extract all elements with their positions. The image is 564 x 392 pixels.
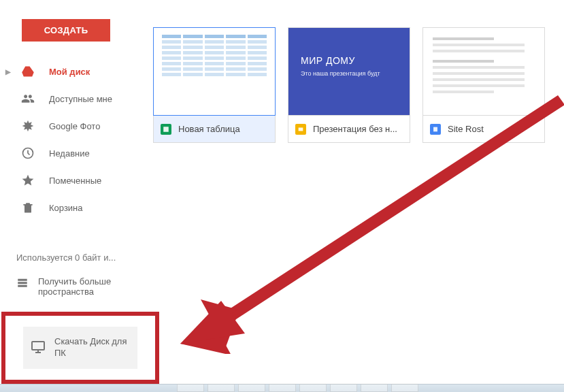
file-card-new-sheet[interactable]: Новая таблица (153, 27, 276, 143)
taskbar[interactable] (0, 384, 564, 392)
file-label: Презентация без н... (313, 124, 397, 134)
nav-label: Недавние (49, 148, 90, 159)
file-label: Site Rost (448, 124, 484, 134)
sidebar-item-shared[interactable]: Доступные мне (0, 85, 150, 112)
file-thumbnail (422, 27, 545, 116)
photos-icon (20, 118, 35, 133)
download-label: Скачать Диск для ПК (54, 336, 131, 359)
sidebar-item-starred[interactable]: Помеченные (0, 167, 150, 194)
file-card-site-rost[interactable]: Site Rost (422, 27, 545, 143)
svg-rect-2 (18, 282, 27, 284)
nav-label: Доступные мне (49, 94, 112, 104)
get-more-label: Получить больше пространства (38, 276, 137, 297)
slide-subtitle: Это наша презентация будт (301, 70, 397, 77)
recent-icon (20, 146, 35, 161)
star-icon (20, 173, 35, 188)
drive-icon (20, 64, 35, 79)
trash-icon (20, 200, 35, 215)
file-thumbnail (153, 27, 276, 116)
svg-rect-3 (18, 285, 27, 287)
sidebar-item-my-drive[interactable]: ▶ Мой диск (0, 58, 150, 85)
storage-icon (16, 276, 29, 291)
download-drive-button[interactable]: Скачать Диск для ПК (23, 327, 137, 369)
svg-rect-4 (163, 127, 169, 132)
svg-rect-11 (32, 342, 44, 350)
slides-icon (295, 124, 306, 135)
caret-right-icon: ▶ (5, 68, 11, 76)
svg-rect-6 (433, 127, 437, 131)
sidebar-item-recent[interactable]: Недавние (0, 140, 150, 167)
file-card-presentation[interactable]: МИР ДОМУ Это наша презентация будт Презе… (288, 27, 410, 143)
nav-label: Google Фото (49, 121, 100, 131)
desktop-icon (30, 339, 46, 357)
svg-rect-5 (299, 127, 303, 131)
slide-title: МИР ДОМУ (301, 55, 397, 66)
svg-rect-1 (18, 279, 27, 281)
storage-usage-text: Используется 0 байт и... (16, 252, 137, 263)
shared-icon (20, 91, 35, 106)
file-label: Новая таблица (178, 124, 240, 134)
create-button[interactable]: СОЗДАТЬ (22, 19, 110, 42)
get-more-storage-link[interactable]: Получить больше пространства (16, 276, 137, 297)
nav-label: Мой диск (49, 67, 90, 77)
nav-label: Корзина (49, 203, 83, 213)
docs-icon (430, 124, 441, 135)
file-thumbnail: МИР ДОМУ Это наша презентация будт (288, 27, 410, 116)
sheets-icon (161, 124, 171, 135)
sidebar-item-trash[interactable]: Корзина (0, 194, 150, 221)
nav-label: Помеченные (49, 176, 101, 186)
annotation-highlight-box: Скачать Диск для ПК (1, 312, 159, 384)
sidebar-item-photos[interactable]: Google Фото (0, 112, 150, 140)
